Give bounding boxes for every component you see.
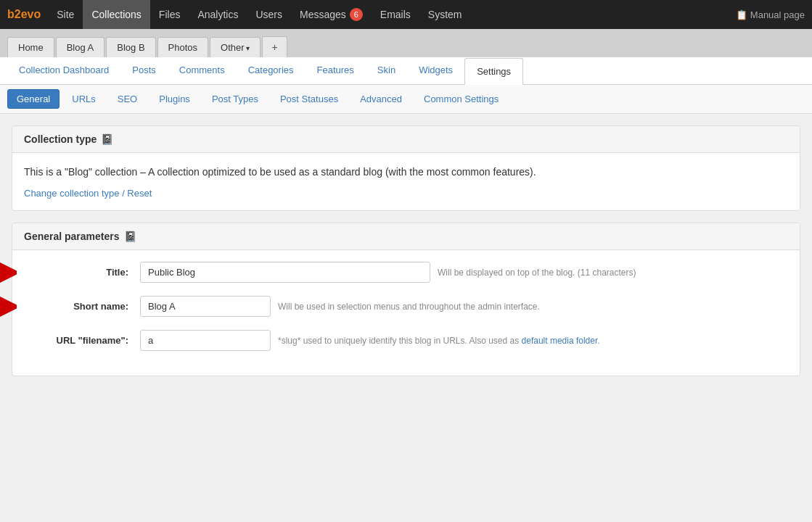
tab-photos[interactable]: Photos (157, 37, 208, 57)
shortname-label: Short name: (24, 301, 140, 312)
stab-advanced[interactable]: Advanced (350, 89, 411, 109)
nav-files[interactable]: Files (150, 0, 189, 29)
tab2-posts[interactable]: Posts (120, 57, 168, 84)
stab-post-statuses[interactable]: Post Statuses (271, 89, 348, 109)
nav-analytics[interactable]: Analytics (189, 0, 247, 29)
url-filename-label: URL "filename": (24, 335, 140, 346)
url-filename-input-group: *slug* used to uniquely identify this bl… (140, 330, 600, 351)
title-hint: Will be displayed on top of the blog. (1… (438, 268, 636, 278)
messages-badge: 6 (350, 8, 363, 21)
stab-seo[interactable]: SEO (108, 89, 147, 109)
shortname-input-group: Will be used in selection menus and thro… (140, 296, 540, 317)
collection-tab-bar: Home Blog A Blog B Photos Other + (0, 29, 812, 57)
manual-page-link[interactable]: 📋 Manual page (736, 9, 805, 20)
general-params-section: General parameters 📓 Titl (12, 223, 800, 376)
change-collection-type-link[interactable]: Change collection type / Reset (24, 188, 152, 199)
shortname-hint: Will be used in selection menus and thro… (278, 302, 540, 312)
add-collection-button[interactable]: + (262, 36, 287, 57)
top-nav: b2evo Site Collections Files Analytics U… (0, 0, 812, 29)
notebook-icon: 📓 (101, 133, 113, 145)
shortname-arrow (0, 296, 17, 318)
stab-post-types[interactable]: Post Types (202, 89, 268, 109)
tab2-features[interactable]: Features (305, 57, 366, 84)
stab-common-settings[interactable]: Common Settings (414, 89, 508, 109)
nav-collections[interactable]: Collections (83, 0, 149, 29)
title-row: Title: Will be displayed on top of the b… (24, 262, 788, 283)
shortname-input[interactable] (140, 296, 271, 317)
stab-general[interactable]: General (7, 89, 60, 109)
url-filename-input[interactable] (140, 330, 271, 351)
main-content: Collection type 📓 This is a "Blog" colle… (0, 114, 812, 399)
brand-logo: b2evo (7, 8, 41, 21)
stab-plugins[interactable]: Plugins (149, 89, 200, 109)
tab-home[interactable]: Home (7, 37, 54, 57)
url-filename-row: URL "filename": *slug* used to uniquely … (24, 330, 788, 351)
general-params-body: Title: Will be displayed on top of the b… (12, 250, 800, 376)
title-input-group: Will be displayed on top of the blog. (1… (140, 262, 636, 283)
tab2-skin[interactable]: Skin (366, 57, 407, 84)
collection-type-header: Collection type 📓 (12, 126, 800, 153)
default-media-folder-link[interactable]: default media folder (522, 336, 598, 346)
stab-urls[interactable]: URLs (62, 89, 105, 109)
manual-icon: 📋 (736, 9, 747, 20)
arrow-icon (0, 262, 17, 283)
tab2-categories[interactable]: Categories (237, 57, 305, 84)
collection-type-body: This is a "Blog" collection – A collecti… (12, 153, 800, 210)
title-label: Title: (24, 267, 140, 278)
sub-tab-bar: General URLs SEO Plugins Post Types Post… (0, 85, 812, 114)
nav-users[interactable]: Users (247, 0, 291, 29)
tab2-widgets[interactable]: Widgets (407, 57, 464, 84)
tab-bloga[interactable]: Blog A (56, 37, 105, 57)
tab2-settings[interactable]: Settings (464, 58, 523, 85)
title-arrow (0, 262, 17, 283)
nav-messages[interactable]: Messages 6 (291, 0, 372, 29)
tab-blogb[interactable]: Blog B (106, 37, 155, 57)
nav-system[interactable]: System (419, 0, 471, 29)
nav-emails[interactable]: Emails (372, 0, 419, 29)
settings-tab-bar: Collection Dashboard Posts Comments Cate… (0, 57, 812, 85)
shortname-row: Short name: Will be used in selection me… (24, 296, 788, 317)
general-params-header: General parameters 📓 (12, 223, 800, 250)
tab2-comments[interactable]: Comments (168, 57, 237, 84)
arrow-icon-2 (0, 296, 17, 318)
url-filename-hint: *slug* used to uniquely identify this bl… (278, 336, 600, 346)
tab-other[interactable]: Other (210, 37, 261, 57)
collection-type-section: Collection type 📓 This is a "Blog" colle… (12, 125, 800, 211)
title-input[interactable] (140, 262, 430, 283)
nav-site[interactable]: Site (48, 0, 83, 29)
notebook-icon-2: 📓 (124, 231, 136, 242)
collection-type-description: This is a "Blog" collection – A collecti… (24, 165, 788, 180)
tab2-dashboard[interactable]: Collection Dashboard (7, 57, 120, 84)
